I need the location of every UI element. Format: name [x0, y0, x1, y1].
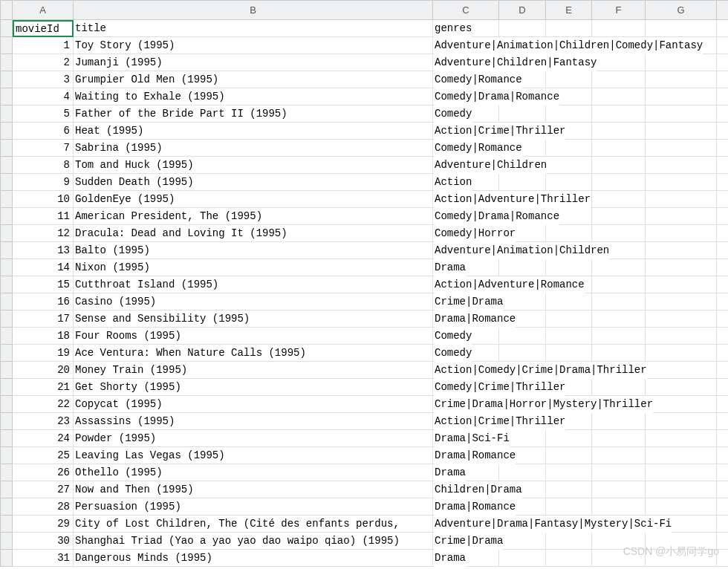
row-header[interactable]: [1, 54, 13, 71]
col-header-C[interactable]: C: [433, 1, 499, 20]
col-header-B[interactable]: B: [74, 1, 433, 20]
row-header[interactable]: [1, 362, 13, 379]
cell-empty[interactable]: [592, 123, 646, 140]
row-header[interactable]: [1, 157, 13, 174]
cell-title[interactable]: Get Shorty (1995): [74, 379, 433, 396]
row-header[interactable]: [1, 379, 13, 396]
spreadsheet[interactable]: ABCDEFGmovieIdtitlegenres1Toy Story (199…: [0, 0, 728, 567]
cell-id[interactable]: 16: [13, 293, 74, 310]
cell-genres[interactable]: Action|Comedy|Crime|Drama|Thriller: [433, 362, 499, 379]
cell-empty[interactable]: [546, 464, 592, 481]
cell-empty[interactable]: [717, 293, 728, 310]
cell-empty[interactable]: [646, 259, 717, 276]
cell-genres[interactable]: Comedy|Romance: [433, 140, 499, 157]
cell-empty[interactable]: [546, 481, 592, 498]
cell-empty[interactable]: [646, 447, 717, 464]
corner[interactable]: [1, 1, 13, 20]
cell-genres[interactable]: Adventure|Children: [433, 157, 499, 174]
cell-id[interactable]: 27: [13, 481, 74, 498]
row-header[interactable]: [1, 71, 13, 88]
cell-genres[interactable]: Comedy|Crime|Thriller: [433, 379, 499, 396]
cell-empty[interactable]: [546, 430, 592, 447]
cell-empty[interactable]: [717, 379, 728, 396]
cell-id[interactable]: 2: [13, 54, 74, 71]
cell-empty[interactable]: [646, 242, 717, 259]
cell-empty[interactable]: [717, 430, 728, 447]
row-header[interactable]: [1, 533, 13, 550]
cell-empty[interactable]: [717, 37, 728, 54]
row-header[interactable]: [1, 413, 13, 430]
cell-empty[interactable]: [646, 362, 717, 379]
cell-title[interactable]: Othello (1995): [74, 464, 433, 481]
cell-empty[interactable]: [646, 328, 717, 345]
cell-empty[interactable]: [646, 481, 717, 498]
cell-empty[interactable]: [546, 140, 592, 157]
row-header[interactable]: [1, 498, 13, 516]
cell-empty[interactable]: [592, 498, 646, 516]
cell-empty[interactable]: [646, 208, 717, 225]
cell-empty[interactable]: [499, 174, 546, 191]
cell-empty[interactable]: [717, 464, 728, 481]
row-header[interactable]: [1, 310, 13, 328]
cell-genres[interactable]: Comedy: [433, 328, 499, 345]
cell-genres[interactable]: Comedy|Horror: [433, 225, 499, 242]
col-header-E[interactable]: E: [546, 1, 592, 20]
cell-title[interactable]: GoldenEye (1995): [74, 191, 433, 208]
cell-empty[interactable]: [717, 88, 728, 105]
cell-id[interactable]: 3: [13, 71, 74, 88]
cell-title[interactable]: Toy Story (1995): [74, 37, 433, 54]
cell-empty[interactable]: [499, 105, 546, 123]
cell-id[interactable]: 4: [13, 88, 74, 105]
cell-genres[interactable]: Action: [433, 174, 499, 191]
cell-id[interactable]: 14: [13, 259, 74, 276]
cell-empty[interactable]: [717, 140, 728, 157]
cell-empty[interactable]: [499, 20, 546, 37]
row-header[interactable]: [1, 37, 13, 54]
cell-title[interactable]: Father of the Bride Part II (1995): [74, 105, 433, 123]
cell-empty[interactable]: [646, 310, 717, 328]
cell-genres[interactable]: Comedy|Drama|Romance: [433, 208, 499, 225]
cell-empty[interactable]: [592, 225, 646, 242]
cell-empty[interactable]: [646, 430, 717, 447]
cell-empty[interactable]: [592, 413, 646, 430]
row-header[interactable]: [1, 293, 13, 310]
cell-empty[interactable]: [717, 310, 728, 328]
cell-empty[interactable]: [546, 447, 592, 464]
row-header[interactable]: [1, 481, 13, 498]
cell-empty[interactable]: [646, 20, 717, 37]
cell-empty[interactable]: [646, 293, 717, 310]
cell-empty[interactable]: [646, 276, 717, 293]
cell-genres[interactable]: Action|Adventure|Thriller: [433, 191, 499, 208]
row-header[interactable]: [1, 276, 13, 293]
cell-empty[interactable]: [499, 259, 546, 276]
cell-title[interactable]: Sense and Sensibility (1995): [74, 310, 433, 328]
cell-title[interactable]: Balto (1995): [74, 242, 433, 259]
cell-title[interactable]: Assassins (1995): [74, 413, 433, 430]
cell-genres[interactable]: Action|Adventure|Romance: [433, 276, 499, 293]
cell-empty[interactable]: [499, 533, 546, 550]
cell-title[interactable]: Sudden Death (1995): [74, 174, 433, 191]
cell-empty[interactable]: [592, 191, 646, 208]
cell-empty[interactable]: [717, 328, 728, 345]
cell-empty[interactable]: [646, 498, 717, 516]
cell-empty[interactable]: [717, 174, 728, 191]
cell-empty[interactable]: [592, 328, 646, 345]
cell-empty[interactable]: [592, 447, 646, 464]
cell-genres[interactable]: Comedy: [433, 105, 499, 123]
cell-empty[interactable]: [717, 345, 728, 362]
cell-id[interactable]: 13: [13, 242, 74, 259]
cell-title[interactable]: Leaving Las Vegas (1995): [74, 447, 433, 464]
cell-empty[interactable]: [546, 328, 592, 345]
cell-genres[interactable]: Drama|Romance: [433, 310, 499, 328]
cell-title[interactable]: Copycat (1995): [74, 396, 433, 413]
cell-empty[interactable]: [646, 105, 717, 123]
row-header[interactable]: [1, 242, 13, 259]
cell-genres[interactable]: Drama: [433, 550, 499, 567]
cell-empty[interactable]: [717, 516, 728, 533]
cell-genres[interactable]: Adventure|Animation|Children: [433, 242, 499, 259]
cell-empty[interactable]: [546, 550, 592, 567]
cell-empty[interactable]: [592, 105, 646, 123]
row-header[interactable]: [1, 345, 13, 362]
cell-empty[interactable]: [646, 345, 717, 362]
cell-empty[interactable]: [499, 550, 546, 567]
